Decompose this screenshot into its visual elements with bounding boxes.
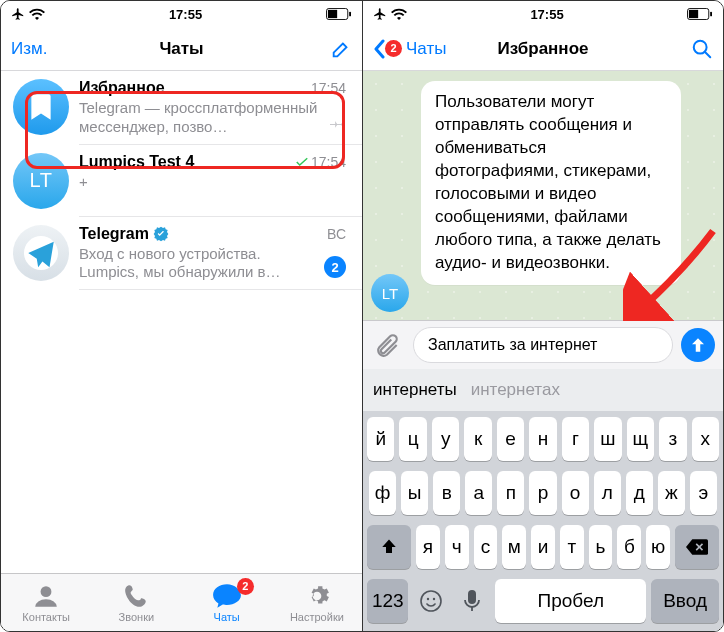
key-backspace[interactable] [675, 525, 719, 569]
status-bar: 17:55 [363, 1, 723, 27]
chat-name: Telegram [79, 225, 169, 243]
chat-message: + [79, 173, 346, 192]
key-numbers[interactable]: 123 [367, 579, 408, 623]
chat-row-saved[interactable]: Избранное 17:54 Telegram — кроссплатформ… [1, 71, 362, 145]
key[interactable]: з [659, 417, 686, 461]
chat-message: Telegram — кроссплатформенный мессенджер… [79, 99, 346, 137]
key[interactable]: щ [627, 417, 654, 461]
key-shift[interactable] [367, 525, 411, 569]
wifi-icon [29, 8, 45, 20]
chat-list[interactable]: Избранное 17:54 Telegram — кроссплатформ… [1, 71, 362, 573]
key[interactable]: ж [658, 471, 685, 515]
key[interactable]: ш [594, 417, 621, 461]
back-label: Чаты [406, 39, 446, 59]
status-bar: 17:55 [1, 1, 362, 27]
key[interactable]: б [617, 525, 641, 569]
key[interactable]: ч [445, 525, 469, 569]
key[interactable]: а [465, 471, 492, 515]
svg-point-12 [427, 598, 429, 600]
svg-rect-7 [689, 10, 698, 18]
key[interactable]: к [464, 417, 491, 461]
tab-label: Звонки [119, 611, 155, 623]
key[interactable]: л [594, 471, 621, 515]
search-button[interactable] [691, 38, 713, 60]
bubble-avatar: LT [371, 274, 409, 312]
back-button[interactable]: 2 Чаты [373, 39, 446, 59]
key[interactable]: в [433, 471, 460, 515]
chat-time: ВС [327, 226, 346, 242]
attach-button[interactable] [371, 328, 405, 362]
key[interactable]: е [497, 417, 524, 461]
tab-settings[interactable]: Настройки [272, 574, 362, 631]
suggestion-alt[interactable]: интернетах [471, 380, 560, 400]
chat-name: Lumpics Test 4 [79, 153, 194, 171]
arrow-up-icon [689, 336, 707, 354]
key[interactable]: у [432, 417, 459, 461]
keyboard-row: фывапролджэ [367, 471, 719, 515]
key[interactable]: г [562, 417, 589, 461]
tab-label: Настройки [290, 611, 344, 623]
svg-rect-2 [349, 12, 351, 17]
key[interactable]: ь [589, 525, 613, 569]
svg-rect-14 [468, 590, 476, 604]
check-icon [296, 157, 308, 167]
key[interactable]: о [562, 471, 589, 515]
key[interactable]: д [626, 471, 653, 515]
chat-row-telegram[interactable]: Telegram ВС Вход с нового устройства. Lu… [1, 217, 362, 291]
key[interactable]: т [560, 525, 584, 569]
chat-time: 17:54 [311, 80, 346, 96]
key-emoji[interactable] [413, 579, 449, 623]
key-enter[interactable]: Ввод [651, 579, 719, 623]
svg-rect-1 [328, 10, 337, 18]
key[interactable]: п [497, 471, 524, 515]
key-mic[interactable] [454, 579, 490, 623]
message-input-bar [363, 320, 723, 369]
chats-navbar: Изм. Чаты [1, 27, 362, 71]
chat-navbar: 2 Чаты Избранное [363, 27, 723, 71]
edit-button[interactable]: Изм. [11, 39, 47, 59]
verified-icon [153, 226, 169, 242]
chat-row-lt[interactable]: LT Lumpics Test 4 17:54 + [1, 145, 362, 217]
key[interactable]: м [502, 525, 526, 569]
tab-badge: 2 [237, 578, 254, 595]
keyboard-suggestions[interactable]: интернеты интернетах [363, 369, 723, 411]
key[interactable]: ы [401, 471, 428, 515]
tab-label: Чаты [214, 611, 240, 623]
key[interactable]: я [416, 525, 440, 569]
svg-point-13 [433, 598, 435, 600]
key[interactable]: н [529, 417, 556, 461]
key[interactable]: ф [369, 471, 396, 515]
chat-area[interactable]: Пользователи могут отправлять сообщения … [363, 71, 723, 369]
suggestion-main[interactable]: интернеты [373, 380, 457, 400]
send-button[interactable] [681, 328, 715, 362]
key[interactable]: э [690, 471, 717, 515]
svg-point-11 [421, 591, 441, 611]
keyboard-row: 123 Пробел Ввод [367, 579, 719, 623]
key[interactable]: с [474, 525, 498, 569]
keyboard-row: йцукенгшщзх [367, 417, 719, 461]
chat-time: 17:54 [296, 154, 346, 170]
phone-left: 17:55 Изм. Чаты Избранное 17:54 [1, 1, 362, 631]
key-space[interactable]: Пробел [495, 579, 646, 623]
keyboard-row: ячсмитьбю [367, 525, 719, 569]
wifi-icon [391, 8, 407, 20]
message-input[interactable] [413, 327, 673, 363]
tab-contacts[interactable]: Контакты [1, 574, 91, 631]
tab-label: Контакты [22, 611, 70, 623]
key[interactable]: р [529, 471, 556, 515]
key[interactable]: ю [646, 525, 670, 569]
unread-badge: 2 [324, 256, 346, 278]
paperclip-icon [375, 332, 401, 358]
key[interactable]: ц [399, 417, 426, 461]
search-icon [691, 38, 713, 60]
tab-chats[interactable]: 2 Чаты [182, 574, 272, 631]
keyboard[interactable]: йцукенгшщзх фывапролджэ ячсмитьбю 123 Пр… [363, 411, 723, 631]
phone-right: 17:55 2 Чаты Избранное Пользователи могу… [362, 1, 723, 631]
chats-title: Чаты [1, 39, 362, 59]
svg-line-10 [705, 51, 711, 57]
compose-button[interactable] [330, 38, 352, 60]
key[interactable]: х [692, 417, 719, 461]
tab-calls[interactable]: Звонки [91, 574, 181, 631]
key[interactable]: й [367, 417, 394, 461]
key[interactable]: и [531, 525, 555, 569]
